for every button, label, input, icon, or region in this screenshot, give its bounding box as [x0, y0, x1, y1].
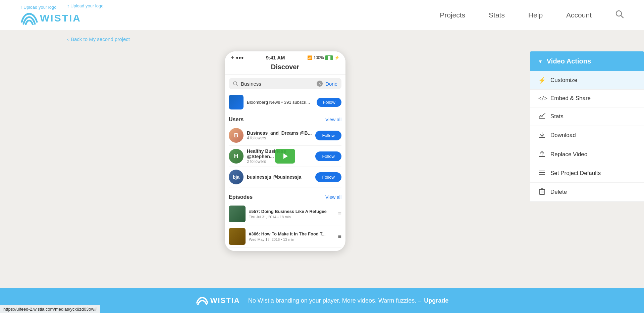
dropdown-arrow-icon: ▼ — [538, 59, 543, 64]
svg-line-1 — [621, 15, 623, 18]
sidebar-item-set-project-defaults[interactable]: Set Project Defaults — [530, 164, 644, 183]
search-done-btn[interactable]: Done — [325, 81, 337, 87]
breadcrumb-arrow: ‹ — [67, 36, 69, 42]
sidebar-item-embed-share[interactable]: </> Embed & Share — [530, 90, 644, 107]
breadcrumb: ‹Back to My second project — [0, 30, 644, 48]
phone-status-bar: ✈ ●●● 9:41 AM 📶 100% ▐▌ ⚡ — [225, 51, 345, 62]
footer-logo: WISTIA — [196, 296, 240, 306]
sidebar-menu: ⚡ Customize </> Embed & Share Stats — [530, 71, 644, 202]
avatar: H — [229, 149, 244, 164]
sidebar-item-label: Stats — [550, 113, 564, 120]
search-value: Business — [241, 81, 314, 87]
battery-percent: 100% — [314, 55, 324, 60]
episode-meta: Wed May 18, 2016 • 13 min — [249, 237, 334, 241]
sidebar-item-customize[interactable]: ⚡ Customize — [530, 71, 644, 90]
sidebar-item-label: Embed & Share — [550, 95, 591, 102]
user-name: Business_and_Dreams @B... — [247, 130, 312, 136]
battery-icon: ▐▌ — [325, 55, 333, 60]
upload-logo-link[interactable]: ↑ Upload your logo — [67, 3, 103, 8]
sidebar-item-label: Download — [550, 132, 576, 139]
avatar: B — [229, 128, 244, 143]
user-followers: 4 followers — [247, 136, 312, 140]
plane-icon: ✈ — [231, 55, 234, 60]
svg-line-3 — [236, 85, 238, 86]
url-bar: https://uifeed-2.wistia.com/medias/ycx8z… — [0, 305, 100, 313]
episode-title: #366: How To Make It In The Food T... — [249, 231, 334, 237]
search-icon — [615, 10, 624, 18]
users-view-all[interactable]: View all — [325, 117, 341, 122]
episode-info: #366: How To Make It In The Food T... We… — [249, 231, 334, 242]
sidebar-item-label: Replace Video — [550, 151, 587, 158]
footer-message: No Wistia branding on your player. More … — [248, 297, 422, 304]
phone-discover-header: Discover — [225, 62, 345, 75]
sidebar-item-download[interactable]: Download — [530, 126, 644, 145]
sidebar-item-stats[interactable]: Stats — [530, 107, 644, 126]
episode-info: #557: Doing Business Like A Refugee Thu … — [249, 209, 334, 219]
sidebar: ▼ Video Actions ⚡ Customize </> Embed & … — [530, 48, 644, 251]
video-actions-label: Video Actions — [547, 57, 591, 65]
phone-frame: ✈ ●●● 9:41 AM 📶 100% ▐▌ ⚡ Discover — [225, 51, 345, 251]
users-section-title: Users — [229, 117, 244, 123]
follow-button-1[interactable]: Follow — [315, 151, 341, 161]
bloomberg-info: Bloomberg News • 391 subscri... — [247, 100, 313, 105]
customize-icon: ⚡ — [538, 77, 546, 84]
follow-button-0[interactable]: Follow — [315, 131, 341, 140]
upgrade-link[interactable]: Upgrade — [424, 297, 448, 304]
wifi-icon: 📶 — [307, 55, 312, 60]
episode-title: #557: Doing Business Like A Refugee — [249, 209, 334, 215]
delete-icon — [538, 188, 546, 196]
phone-search-bar: Business ✕ Done — [229, 78, 341, 89]
follow-button-2[interactable]: Follow — [315, 172, 341, 182]
video-area: ✈ ●●● 9:41 AM 📶 100% ▐▌ ⚡ Discover — [67, 48, 530, 251]
user-row: H Healthy Business @Stephen... 2 followe… — [229, 146, 341, 167]
nav-projects[interactable]: Projects — [440, 11, 465, 19]
user-name: businessja @businessja — [247, 174, 312, 180]
play-button-overlay[interactable] — [275, 149, 295, 164]
sidebar-item-label: Customize — [550, 77, 577, 84]
svg-marker-4 — [283, 153, 288, 159]
discover-title: Discover — [230, 63, 340, 71]
upload-logo-link[interactable]: ↑ Upload your logo — [20, 5, 56, 10]
bloomberg-row: Bloomberg News • 391 subscri... Follow — [225, 93, 345, 113]
episode-menu-icon[interactable]: ≡ — [338, 233, 341, 240]
episode-thumb — [229, 206, 246, 222]
main-content: ✈ ●●● 9:41 AM 📶 100% ▐▌ ⚡ Discover — [0, 48, 644, 278]
bolt-icon: ⚡ — [334, 55, 339, 60]
footer-logo-mark — [196, 296, 209, 306]
sidebar-item-replace-video[interactable]: Replace Video — [530, 145, 644, 164]
avatar: bja — [229, 170, 244, 184]
sidebar-item-delete[interactable]: Delete — [530, 183, 644, 202]
episodes-view-all[interactable]: View all — [325, 194, 341, 200]
users-section: Users View all B Business_and_Dreams @B.… — [225, 113, 345, 191]
user-row: bja businessja @businessja Follow — [229, 167, 341, 187]
episode-thumb — [229, 228, 246, 245]
episode-row: #557: Doing Business Like A Refugee Thu … — [229, 203, 341, 225]
user-info: businessja @businessja — [247, 174, 312, 180]
phone-time: 9:41 AM — [266, 55, 285, 60]
search-button[interactable] — [615, 10, 624, 20]
footer-logo-text: WISTIA — [210, 296, 240, 305]
replace-video-icon — [538, 150, 546, 159]
episode-meta: Thu Jul 31, 2014 • 18 min — [249, 215, 334, 219]
video-actions-header[interactable]: ▼ Video Actions — [530, 51, 644, 71]
bloomberg-follow-btn[interactable]: Follow — [317, 98, 341, 107]
download-icon — [538, 131, 546, 139]
main-nav: Projects Stats Help Account — [440, 10, 624, 20]
episode-menu-icon[interactable]: ≡ — [338, 211, 341, 218]
episodes-section: Episodes View all #557: Doing Business L… — [225, 191, 345, 251]
episode-row: #366: How To Make It In The Food T... We… — [229, 225, 341, 248]
nav-stats[interactable]: Stats — [489, 11, 505, 19]
nav-help[interactable]: Help — [528, 11, 543, 19]
user-row: B Business_and_Dreams @B... 4 followers … — [229, 125, 341, 146]
wistia-logo[interactable]: WISTIA — [20, 11, 81, 25]
wistia-logo-mark — [20, 11, 39, 25]
user-info: Business_and_Dreams @B... 4 followers — [247, 130, 312, 140]
embed-share-icon: </> — [538, 95, 546, 101]
episodes-section-title: Episodes — [229, 194, 253, 200]
sidebar-item-label: Set Project Defaults — [550, 170, 601, 177]
nav-account[interactable]: Account — [566, 11, 592, 19]
logo-text: WISTIA — [40, 12, 81, 24]
search-clear-btn[interactable]: ✕ — [317, 81, 323, 87]
breadcrumb-link[interactable]: ‹Back to My second project — [67, 36, 130, 42]
set-project-defaults-icon — [538, 170, 546, 177]
